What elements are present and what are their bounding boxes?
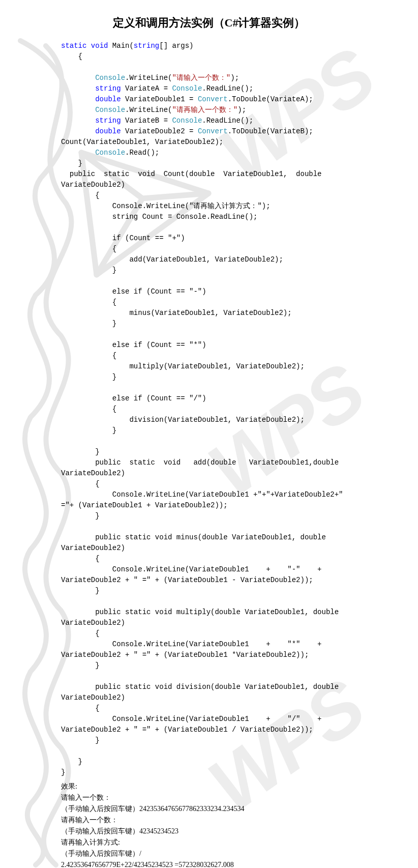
code-kw: double — [95, 127, 121, 135]
result-line: 请再输入计算方式: — [61, 837, 357, 848]
result-line: （手动输入后按回车键）24235364765677862333234.23453… — [61, 803, 357, 815]
code-kw: string — [134, 42, 159, 50]
code-kw: string — [95, 117, 121, 125]
result-label: 效果: — [61, 781, 357, 792]
code-cls: Console — [95, 106, 125, 114]
result-line: （手动输入后按回车键）42345234523 — [61, 826, 357, 837]
code-kw: double — [95, 95, 121, 103]
code-block: static void Main(string[] args) { Consol… — [0, 41, 418, 778]
code-kw: void — [91, 42, 108, 50]
result-line: 请输入一个数： — [61, 792, 357, 803]
document-title: 定义和调用方法实例（C#计算器实例） — [0, 15, 418, 31]
result-line: 2.42353647656779E+22/42345234523 =572328… — [61, 859, 357, 868]
code-str: "请输入一个数：" — [172, 74, 230, 82]
result-line: （手动输入后按回车键）/ — [61, 848, 357, 859]
result-line: 请再输入一个数： — [61, 815, 357, 826]
code-cls: Console — [95, 149, 125, 157]
code-cls: Convert — [198, 127, 228, 135]
code-str: "请再输入一个数：" — [172, 106, 237, 114]
code-cls: Console — [172, 117, 202, 125]
code-kw: static — [61, 42, 86, 50]
result-section: 效果: 请输入一个数： （手动输入后按回车键）24235364765677862… — [0, 778, 418, 868]
code-kw: string — [95, 84, 121, 93]
code-cls: Convert — [198, 95, 228, 103]
code-cls: Console — [95, 74, 125, 82]
code-cls: Console — [172, 84, 202, 93]
